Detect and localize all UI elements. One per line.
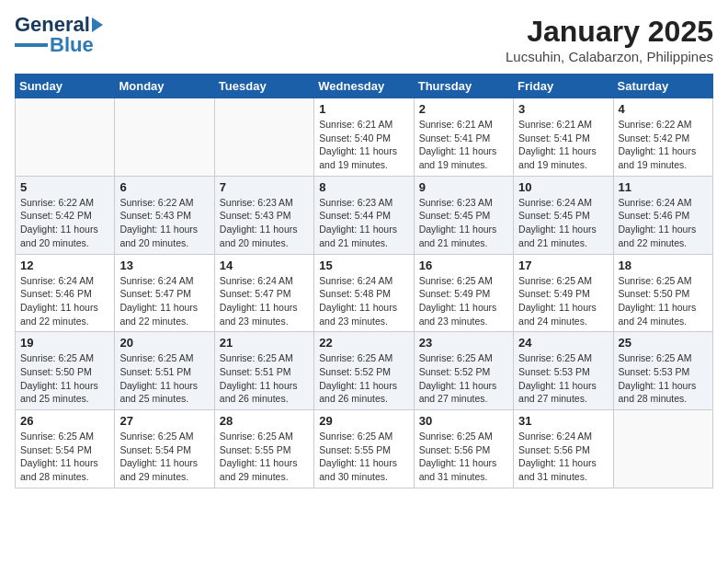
calendar-week-row: 26Sunrise: 6:25 AM Sunset: 5:54 PM Dayli… (16, 410, 713, 488)
day-info: Sunrise: 6:25 AM Sunset: 5:55 PM Dayligh… (220, 430, 309, 484)
day-info: Sunrise: 6:24 AM Sunset: 5:48 PM Dayligh… (319, 274, 408, 328)
calendar-cell: 15Sunrise: 6:24 AM Sunset: 5:48 PM Dayli… (314, 254, 414, 332)
calendar-cell: 21Sunrise: 6:25 AM Sunset: 5:51 PM Dayli… (214, 332, 313, 410)
day-number: 20 (119, 336, 209, 350)
day-info: Sunrise: 6:25 AM Sunset: 5:49 PM Dayligh… (419, 274, 508, 328)
day-info: Sunrise: 6:25 AM Sunset: 5:53 PM Dayligh… (619, 351, 708, 406)
day-info: Sunrise: 6:21 AM Sunset: 5:41 PM Dayligh… (419, 118, 508, 172)
calendar-cell: 30Sunrise: 6:25 AM Sunset: 5:56 PM Dayli… (414, 410, 513, 488)
title-block: January 2025 Lucsuhin, Calabarzon, Phili… (506, 15, 713, 64)
calendar-header-row: SundayMondayTuesdayWednesdayThursdayFrid… (16, 75, 713, 98)
calendar-cell: 27Sunrise: 6:25 AM Sunset: 5:54 PM Dayli… (115, 410, 214, 488)
day-info: Sunrise: 6:22 AM Sunset: 5:43 PM Dayligh… (119, 196, 209, 250)
calendar-cell: 14Sunrise: 6:24 AM Sunset: 5:47 PM Dayli… (214, 254, 313, 332)
day-header-saturday: Saturday (613, 75, 712, 98)
day-header-monday: Monday (115, 75, 214, 98)
day-number: 3 (518, 102, 608, 116)
calendar-cell: 6Sunrise: 6:22 AM Sunset: 5:43 PM Daylig… (115, 176, 214, 254)
day-info: Sunrise: 6:22 AM Sunset: 5:42 PM Dayligh… (619, 118, 708, 172)
day-info: Sunrise: 6:25 AM Sunset: 5:54 PM Dayligh… (119, 430, 209, 484)
day-info: Sunrise: 6:25 AM Sunset: 5:52 PM Dayligh… (319, 351, 408, 406)
calendar-cell: 12Sunrise: 6:24 AM Sunset: 5:46 PM Dayli… (16, 254, 115, 332)
logo-arrow-icon (92, 17, 103, 32)
calendar-cell: 5Sunrise: 6:22 AM Sunset: 5:42 PM Daylig… (16, 176, 115, 254)
day-info: Sunrise: 6:23 AM Sunset: 5:44 PM Dayligh… (319, 196, 408, 250)
calendar-cell: 20Sunrise: 6:25 AM Sunset: 5:51 PM Dayli… (115, 332, 214, 410)
calendar-cell: 31Sunrise: 6:24 AM Sunset: 5:56 PM Dayli… (514, 410, 613, 488)
day-number: 17 (518, 259, 608, 272)
day-info: Sunrise: 6:23 AM Sunset: 5:45 PM Dayligh… (419, 196, 508, 250)
day-info: Sunrise: 6:25 AM Sunset: 5:56 PM Dayligh… (419, 430, 508, 484)
calendar-cell (115, 98, 214, 177)
calendar-cell: 26Sunrise: 6:25 AM Sunset: 5:54 PM Dayli… (16, 410, 115, 488)
day-info: Sunrise: 6:25 AM Sunset: 5:51 PM Dayligh… (119, 351, 209, 406)
day-info: Sunrise: 6:25 AM Sunset: 5:53 PM Dayligh… (518, 351, 608, 406)
day-number: 29 (319, 414, 408, 428)
calendar-cell: 23Sunrise: 6:25 AM Sunset: 5:52 PM Dayli… (414, 332, 513, 410)
day-header-wednesday: Wednesday (314, 75, 414, 98)
calendar-cell: 29Sunrise: 6:25 AM Sunset: 5:55 PM Dayli… (314, 410, 414, 488)
calendar-cell (16, 98, 115, 177)
day-number: 24 (518, 336, 608, 350)
calendar-cell: 1Sunrise: 6:21 AM Sunset: 5:40 PM Daylig… (314, 98, 414, 177)
day-info: Sunrise: 6:21 AM Sunset: 5:40 PM Dayligh… (319, 118, 408, 172)
calendar-cell: 8Sunrise: 6:23 AM Sunset: 5:44 PM Daylig… (314, 176, 414, 254)
day-number: 22 (319, 336, 408, 350)
day-header-thursday: Thursday (414, 75, 513, 98)
day-info: Sunrise: 6:25 AM Sunset: 5:50 PM Dayligh… (619, 274, 708, 328)
day-number: 13 (119, 259, 209, 272)
calendar-cell (613, 410, 712, 488)
day-info: Sunrise: 6:25 AM Sunset: 5:50 PM Dayligh… (20, 351, 109, 406)
day-number: 10 (518, 180, 608, 194)
day-number: 11 (619, 180, 708, 194)
day-number: 16 (419, 259, 508, 272)
calendar-cell: 4Sunrise: 6:22 AM Sunset: 5:42 PM Daylig… (613, 98, 712, 177)
calendar-week-row: 5Sunrise: 6:22 AM Sunset: 5:42 PM Daylig… (16, 176, 713, 254)
calendar-cell: 16Sunrise: 6:25 AM Sunset: 5:49 PM Dayli… (414, 254, 513, 332)
logo-text: General (15, 15, 90, 35)
calendar-week-row: 12Sunrise: 6:24 AM Sunset: 5:46 PM Dayli… (16, 254, 713, 332)
day-number: 9 (419, 180, 508, 194)
calendar-week-row: 1Sunrise: 6:21 AM Sunset: 5:40 PM Daylig… (16, 98, 713, 177)
day-number: 1 (319, 102, 408, 116)
day-number: 6 (119, 180, 209, 194)
day-number: 7 (220, 180, 309, 194)
day-number: 27 (119, 414, 209, 428)
day-number: 19 (20, 336, 109, 350)
day-number: 31 (518, 414, 608, 428)
day-info: Sunrise: 6:24 AM Sunset: 5:56 PM Dayligh… (518, 430, 608, 484)
day-info: Sunrise: 6:24 AM Sunset: 5:46 PM Dayligh… (619, 196, 708, 250)
calendar-cell: 19Sunrise: 6:25 AM Sunset: 5:50 PM Dayli… (16, 332, 115, 410)
day-info: Sunrise: 6:25 AM Sunset: 5:49 PM Dayligh… (518, 274, 608, 328)
day-info: Sunrise: 6:25 AM Sunset: 5:51 PM Dayligh… (220, 351, 309, 406)
day-number: 23 (419, 336, 508, 350)
calendar-cell: 22Sunrise: 6:25 AM Sunset: 5:52 PM Dayli… (314, 332, 414, 410)
day-number: 28 (220, 414, 309, 428)
day-info: Sunrise: 6:24 AM Sunset: 5:46 PM Dayligh… (20, 274, 109, 328)
day-number: 12 (20, 259, 109, 272)
calendar-cell: 28Sunrise: 6:25 AM Sunset: 5:55 PM Dayli… (214, 410, 313, 488)
calendar-week-row: 19Sunrise: 6:25 AM Sunset: 5:50 PM Dayli… (16, 332, 713, 410)
day-info: Sunrise: 6:24 AM Sunset: 5:47 PM Dayligh… (119, 274, 209, 328)
calendar-cell: 7Sunrise: 6:23 AM Sunset: 5:43 PM Daylig… (214, 176, 313, 254)
day-info: Sunrise: 6:21 AM Sunset: 5:41 PM Dayligh… (518, 118, 608, 172)
day-header-tuesday: Tuesday (214, 75, 313, 98)
day-number: 26 (20, 414, 109, 428)
day-info: Sunrise: 6:25 AM Sunset: 5:54 PM Dayligh… (20, 430, 109, 484)
calendar-cell (214, 98, 313, 177)
day-number: 25 (619, 336, 708, 350)
calendar-cell: 24Sunrise: 6:25 AM Sunset: 5:53 PM Dayli… (514, 332, 613, 410)
logo: General Blue (15, 15, 103, 57)
day-number: 5 (20, 180, 109, 194)
day-number: 15 (319, 259, 408, 272)
day-header-friday: Friday (514, 75, 613, 98)
month-title: January 2025 (506, 15, 713, 49)
calendar-cell: 9Sunrise: 6:23 AM Sunset: 5:45 PM Daylig… (414, 176, 513, 254)
day-number: 4 (619, 102, 708, 116)
day-info: Sunrise: 6:25 AM Sunset: 5:52 PM Dayligh… (419, 351, 508, 406)
day-info: Sunrise: 6:24 AM Sunset: 5:45 PM Dayligh… (518, 196, 608, 250)
day-number: 8 (319, 180, 408, 194)
calendar-table: SundayMondayTuesdayWednesdayThursdayFrid… (15, 74, 713, 488)
calendar-cell: 11Sunrise: 6:24 AM Sunset: 5:46 PM Dayli… (613, 176, 712, 254)
page-header: General Blue January 2025 Lucsuhin, Cala… (15, 15, 713, 64)
